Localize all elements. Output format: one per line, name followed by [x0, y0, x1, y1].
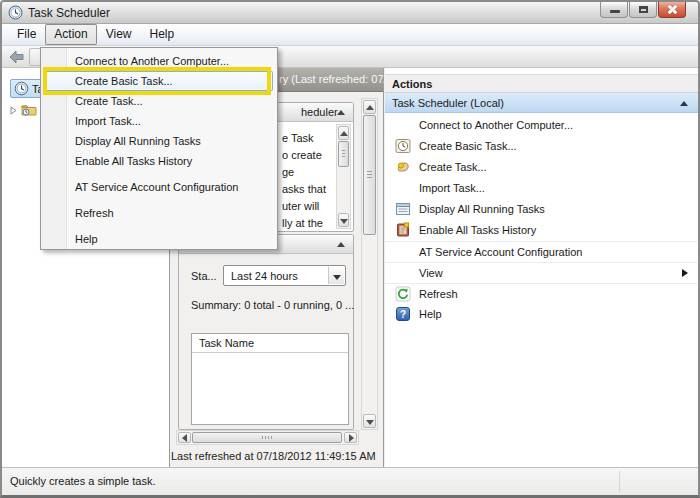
menubar: File Action View Help: [2, 24, 698, 46]
action-menu: Connect to Another Computer... Create Ba…: [40, 47, 278, 250]
statusbar: Quickly creates a simple task.: [2, 467, 698, 495]
actions-panel-title: Actions: [385, 74, 698, 93]
action-enable-all-tasks-history[interactable]: Enable All Tasks History: [385, 220, 698, 241]
status-summary-text: Summary: 0 total - 0 running, 0 ...: [191, 299, 354, 311]
overview-scrollbar[interactable]: [336, 124, 351, 229]
actions-list: Connect to Another Computer... Create Ba…: [385, 115, 698, 325]
menu-item-at-service-account-configuration[interactable]: AT Service Account Configuration: [41, 177, 277, 197]
action-display-all-running-tasks[interactable]: Display All Running Tasks: [385, 199, 698, 220]
status-period-value: Last 24 hours: [231, 270, 298, 282]
create-basic-task-icon: [395, 138, 411, 154]
running-tasks-icon: [395, 201, 411, 217]
status-of-label: Sta...: [191, 270, 217, 282]
overview-header-text: heduler: [301, 106, 338, 118]
task-status-table: Task Name: [191, 333, 349, 425]
menu-file[interactable]: File: [8, 24, 45, 45]
scrollbar-thumb[interactable]: [363, 115, 376, 235]
task-scheduler-app-icon: [8, 5, 23, 20]
collapse-arrow-icon[interactable]: [337, 242, 345, 247]
minimize-button[interactable]: [600, 2, 628, 18]
titlebar[interactable]: Task Scheduler: [2, 2, 698, 24]
task-status-section: Sta... Last 24 hours Summary: 0 total - …: [178, 234, 354, 430]
action-import-task[interactable]: Import Task...: [385, 178, 698, 199]
menu-item-connect-to-another-computer[interactable]: Connect to Another Computer...: [41, 51, 277, 71]
scroll-left-icon[interactable]: [178, 432, 191, 443]
menu-item-help[interactable]: Help: [41, 229, 277, 249]
action-help[interactable]: ? Help: [385, 304, 698, 325]
task-library-folder-icon[interactable]: [21, 102, 38, 117]
collapse-arrow-icon[interactable]: [337, 110, 345, 115]
dropdown-button[interactable]: [328, 267, 344, 284]
scroll-right-icon[interactable]: [344, 432, 357, 443]
menu-item-create-basic-task[interactable]: Create Basic Task...: [45, 71, 273, 91]
action-view[interactable]: View: [385, 262, 698, 283]
menu-item-create-task[interactable]: Create Task...: [41, 91, 277, 111]
action-connect-to-another-computer[interactable]: Connect to Another Computer...: [385, 115, 698, 136]
scrollbar-thumb[interactable]: [192, 432, 342, 443]
maximize-icon: [639, 6, 648, 13]
action-create-basic-task[interactable]: Create Basic Task...: [385, 136, 698, 157]
collapse-arrow-icon[interactable]: [680, 101, 688, 106]
refresh-icon: [395, 286, 411, 302]
chevron-down-icon: [333, 275, 341, 280]
scrollbar-thumb[interactable]: [338, 141, 349, 167]
task-name-column-header[interactable]: Task Name: [192, 334, 348, 353]
menu-item-display-all-running-tasks[interactable]: Display All Running Tasks: [41, 131, 277, 151]
summary-panel-scrollbar[interactable]: [361, 98, 378, 430]
tasks-history-icon: [395, 222, 411, 238]
statusbar-divider: [619, 471, 620, 492]
actions-panel: Actions Task Scheduler (Local) Connect t…: [385, 68, 698, 467]
create-task-icon: [395, 159, 411, 175]
scroll-down-icon[interactable]: [363, 414, 376, 428]
statusbar-text: Quickly creates a simple task.: [10, 475, 156, 487]
menu-action[interactable]: Action: [45, 24, 96, 45]
status-period-dropdown[interactable]: Last 24 hours: [223, 265, 346, 286]
minimize-icon: [610, 10, 620, 13]
scroll-up-icon[interactable]: [363, 100, 376, 114]
submenu-arrow-icon: [682, 269, 688, 277]
summary-header-text: ry (Last refreshed: 07/: [279, 73, 387, 85]
scroll-up-icon[interactable]: [338, 126, 349, 140]
last-refreshed-text: Last refreshed at 07/18/2012 11:49:15 AM: [171, 450, 363, 462]
horizontal-scrollbar[interactable]: [176, 430, 359, 445]
scroll-down-icon[interactable]: [338, 213, 349, 227]
help-icon: ?: [395, 306, 411, 322]
actions-group-task-scheduler-local[interactable]: Task Scheduler (Local): [385, 93, 698, 113]
menu-item-import-task[interactable]: Import Task...: [41, 111, 277, 131]
tree-expander-icon[interactable]: [9, 106, 18, 115]
menu-view[interactable]: View: [97, 24, 141, 45]
close-button[interactable]: [658, 2, 686, 18]
menu-item-enable-all-tasks-history[interactable]: Enable All Tasks History: [41, 151, 277, 171]
maximize-button[interactable]: [629, 2, 657, 18]
task-scheduler-window: Task Scheduler File Action View Help: [0, 0, 700, 498]
overview-text: e Task o create ge asks that uter will l…: [282, 130, 340, 232]
menu-help[interactable]: Help: [141, 24, 184, 45]
action-at-service-account-configuration[interactable]: AT Service Account Configuration: [385, 241, 698, 262]
menu-item-refresh[interactable]: Refresh: [41, 203, 277, 223]
back-button[interactable]: [7, 48, 27, 66]
clock-icon: [14, 81, 29, 96]
window-title: Task Scheduler: [28, 6, 110, 20]
action-create-task[interactable]: Create Task...: [385, 157, 698, 178]
action-refresh[interactable]: Refresh: [385, 283, 698, 304]
